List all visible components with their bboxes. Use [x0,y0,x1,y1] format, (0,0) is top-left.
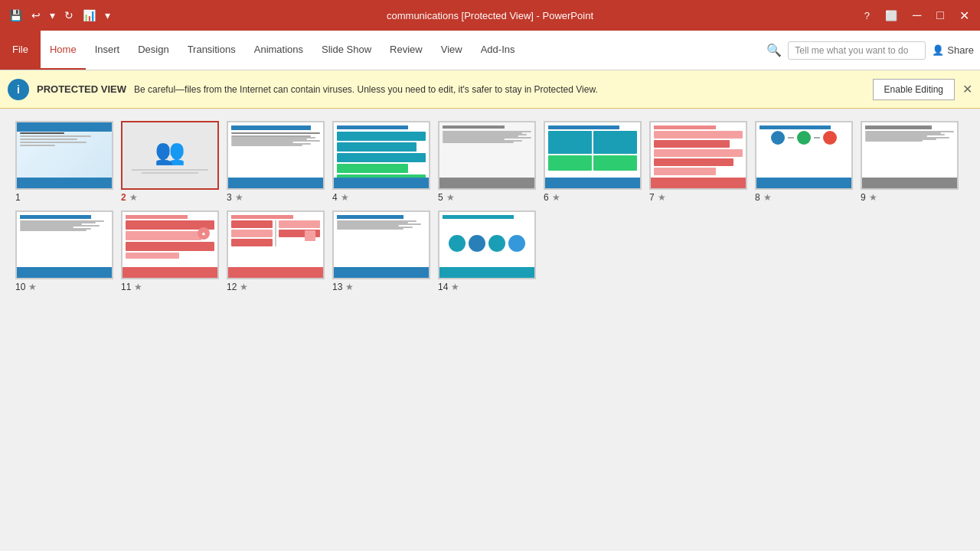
tab-addins[interactable]: Add-Ins [472,31,524,70]
slide-star-14: ★ [451,282,459,292]
undo-dropdown[interactable]: ▾ [47,8,58,23]
tell-me-box[interactable]: Tell me what you want to do [788,41,926,60]
window-title: communications [Protected View] - PowerP… [387,10,593,21]
enable-editing-button[interactable]: Enable Editing [873,79,955,100]
slide-footer-4: 4 ★ [332,192,349,203]
slide-thumb-14[interactable] [438,210,536,279]
slide-thumb-1[interactable] [15,121,113,190]
slide-footer-14: 14 ★ [438,282,459,292]
slide-num-14: 14 [438,282,448,292]
slide-thumb-11[interactable]: ● [121,210,219,279]
tab-file[interactable]: File [0,31,41,70]
slide-num-11: 11 [121,282,131,292]
slide-thumb-2[interactable]: 👥 [121,121,219,190]
slide-thumb-10[interactable] [15,210,113,279]
minimize-button[interactable]: ─ [908,7,926,24]
slide-num-6: 6 [544,192,549,203]
tell-me-text: Tell me what you want to do [795,45,908,56]
slide-footer-5: 5 ★ [438,192,455,203]
close-button[interactable]: ✕ [955,7,974,24]
slide-num-4: 4 [332,192,338,203]
maximize-button[interactable]: □ [932,7,949,24]
slide-footer-1: 1 [15,192,21,203]
slide-thumb-13[interactable] [332,210,430,279]
qat-more[interactable]: ▾ [102,8,113,23]
protected-view-bar: i PROTECTED VIEW Be careful—files from t… [0,70,980,109]
ribbon-toggle[interactable]: ⬜ [880,8,902,23]
slide-thumb-9[interactable] [861,121,959,190]
slide-item-1[interactable]: 1 [15,121,113,203]
protected-message: Be careful—files from the Internet can c… [134,84,865,95]
tab-review[interactable]: Review [381,31,432,70]
slide-footer-7: 7 ★ [649,192,666,203]
tab-home[interactable]: Home [41,31,86,70]
slide-star-4: ★ [341,192,349,203]
slide-item-7[interactable]: 7 ★ [649,121,747,203]
slide-thumb-8[interactable] [755,121,853,190]
slide-star-9: ★ [869,192,877,203]
slide-footer-13: 13 ★ [332,282,354,292]
slide-num-1: 1 [15,192,21,203]
slide-star-2: ★ [129,192,138,203]
search-icon: 🔍 [766,43,782,57]
slide-num-10: 10 [15,282,25,292]
tab-transitions[interactable]: Transitions [178,31,245,70]
slide-item-3[interactable]: 3 ★ [227,121,325,203]
slide-thumb-6[interactable] [544,121,642,190]
slide-num-7: 7 [649,192,655,203]
slide-star-3: ★ [235,192,243,203]
slide-footer-9: 9 ★ [861,192,877,203]
slide-footer-10: 10 ★ [15,282,37,292]
tab-animations[interactable]: Animations [245,31,312,70]
save-button[interactable]: 💾 [6,8,25,23]
tab-slideshow[interactable]: Slide Show [312,31,381,70]
slide-item-2[interactable]: 👥 2 ★ [121,121,219,203]
tab-insert[interactable]: Insert [86,31,129,70]
slide-item-11[interactable]: ● 11 ★ [121,210,219,292]
slide-star-6: ★ [552,192,560,203]
slide-grid-container: 1 👥 2 ★ [0,109,980,551]
slide-item-9[interactable]: 9 ★ [861,121,959,203]
slide-num-13: 13 [332,282,342,292]
quick-access-toolbar: 💾 ↩ ▾ ↻ 📊 ▾ [6,8,113,23]
slide-thumb-12[interactable] [227,210,325,279]
slide-thumb-7[interactable] [649,121,747,190]
slide-thumb-4[interactable] [332,121,430,190]
tab-view[interactable]: View [432,31,472,70]
slide-num-8: 8 [755,192,760,203]
slide-footer-6: 6 ★ [544,192,560,203]
slide-star-8: ★ [763,192,772,203]
slide-thumb-3[interactable] [227,121,325,190]
redo-button[interactable]: ↻ [61,8,77,23]
protected-icon: i [8,79,29,100]
slide-grid: 1 👥 2 ★ [15,121,965,292]
share-button[interactable]: 👤 Share [932,44,974,56]
slide-item-14[interactable]: 14 ★ [438,210,536,292]
slide-item-13[interactable]: 13 ★ [332,210,430,292]
slide-item-4[interactable]: 4 ★ [332,121,430,203]
protected-label: PROTECTED VIEW [37,83,126,95]
slide-star-13: ★ [345,282,354,292]
ribbon: File Home Insert Design Transitions Anim… [0,31,980,70]
share-icon: 👤 [932,44,944,56]
title-bar: 💾 ↩ ▾ ↻ 📊 ▾ communications [Protected Vi… [0,0,980,31]
present-button[interactable]: 📊 [80,8,99,23]
slide-thumb-5[interactable] [438,121,536,190]
slide-num-12: 12 [227,282,237,292]
slide-item-10[interactable]: 10 ★ [15,210,113,292]
slide-num-2: 2 [121,192,126,203]
protected-close-button[interactable]: ✕ [962,82,972,96]
slide-item-8[interactable]: 8 ★ [755,121,853,203]
slide-item-5[interactable]: 5 ★ [438,121,536,203]
slide-star-10: ★ [28,282,37,292]
ribbon-right: 🔍 Tell me what you want to do 👤 Share [766,31,980,70]
slide-footer-8: 8 ★ [755,192,772,203]
tab-design[interactable]: Design [129,31,178,70]
undo-button[interactable]: ↩ [28,8,44,23]
slide-item-12[interactable]: 12 ★ [227,210,325,292]
slide-footer-12: 12 ★ [227,282,248,292]
window-controls: ? ⬜ ─ □ ✕ [860,7,974,24]
slide-num-9: 9 [861,192,866,203]
help-button[interactable]: ? [860,8,874,23]
slide-item-6[interactable]: 6 ★ [544,121,642,203]
